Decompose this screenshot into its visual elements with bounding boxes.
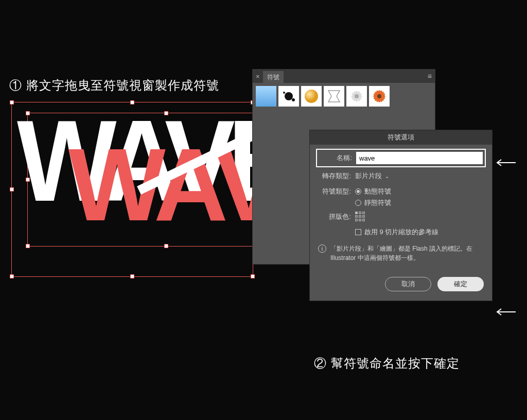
panel-header: × 符號 ≡ [253, 69, 435, 83]
info-icon: i [318, 244, 326, 253]
svg-point-2 [285, 92, 293, 100]
symbol-swatch[interactable] [256, 86, 276, 107]
svg-point-21 [377, 94, 381, 98]
radio-icon [355, 188, 361, 195]
radio-dynamic[interactable]: 動態符號 [355, 187, 391, 196]
slice-checkbox-label: 啟用 9 切片縮放的參考線 [364, 227, 438, 237]
chevron-down-icon: ⌄ [385, 173, 389, 179]
radio-dynamic-label: 動態符號 [364, 187, 391, 196]
flower-icon [372, 89, 387, 104]
slice-checkbox[interactable] [355, 229, 361, 235]
selection-handle[interactable] [130, 274, 134, 278]
registration-grid-icon[interactable] [355, 212, 365, 221]
callout-arrow-icon [495, 307, 516, 317]
selection-handle[interactable] [10, 100, 14, 104]
symbol-swatch[interactable] [278, 86, 299, 107]
panel-menu-icon[interactable]: ≡ [428, 72, 432, 80]
symbol-swatch[interactable] [346, 86, 367, 107]
radio-icon [355, 200, 361, 206]
selection-handle[interactable] [10, 187, 14, 191]
radio-static[interactable]: 靜態符號 [355, 198, 484, 207]
info-text: 「影片片段」和「繪圖」都是 Flash 讀入的標記。在 Illustrator … [330, 244, 484, 262]
registration-label: 拼版色: [318, 212, 351, 221]
symbol-options-dialog: 符號選項 名稱: 轉存類型: 影片片段 ⌄ 符號類型: 動態符號 靜態符號 [309, 130, 493, 301]
info-note: i 「影片片段」和「繪圖」都是 Flash 讀入的標記。在 Illustrato… [318, 244, 484, 262]
panel-tab-symbols[interactable]: 符號 [263, 71, 284, 84]
panel-close-icon[interactable]: × [256, 73, 260, 80]
callout-arrow-icon [495, 157, 516, 168]
symbol-swatch[interactable] [324, 86, 344, 107]
radio-static-label: 靜態符號 [364, 198, 391, 207]
artboard-selection[interactable]: WAVE WAVE [11, 102, 253, 277]
sphere-icon [304, 89, 319, 104]
export-type-dropdown[interactable]: 影片片段 ⌄ [355, 171, 389, 181]
instruction-step-1: ① 將文字拖曳至符號視窗製作成符號 [9, 77, 219, 94]
selection-handle[interactable] [26, 244, 30, 248]
selection-handle[interactable] [164, 244, 168, 248]
symbol-type-label: 符號類型: [318, 187, 351, 196]
svg-point-3 [283, 92, 285, 94]
name-input[interactable] [356, 152, 483, 164]
ribbon-icon [326, 89, 342, 104]
svg-point-5 [305, 90, 318, 103]
selection-handle[interactable] [251, 274, 255, 278]
ok-button[interactable]: 確定 [437, 277, 484, 291]
svg-point-4 [292, 98, 295, 101]
instruction-step-2: ② 幫符號命名並按下確定 [314, 355, 460, 372]
export-type-label: 轉存類型: [318, 171, 351, 181]
symbol-swatch-row [253, 83, 435, 110]
selection-handle[interactable] [10, 274, 14, 278]
name-label: 名稱: [319, 153, 352, 163]
symbol-swatch[interactable] [369, 86, 390, 107]
cancel-button[interactable]: 取消 [385, 277, 431, 291]
symbol-swatch[interactable] [301, 86, 322, 107]
export-type-value: 影片片段 [355, 171, 382, 181]
gerbera-icon [349, 89, 364, 104]
ink-splat-icon [281, 89, 296, 104]
name-field-highlight: 名稱: [316, 149, 486, 167]
svg-point-12 [355, 94, 359, 98]
dialog-title: 符號選項 [310, 130, 492, 145]
